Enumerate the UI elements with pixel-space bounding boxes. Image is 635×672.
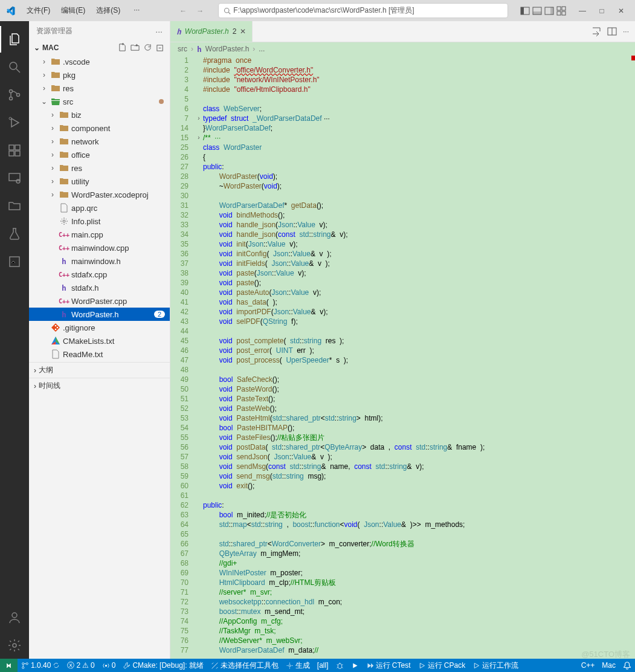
code-line[interactable]: class WebServer; [203,104,635,114]
tree-folder[interactable]: ›pkg [29,68,170,82]
fold-marker[interactable]: › [195,114,203,123]
code-line[interactable]: void sendJson( Json::Value& v ); [203,452,635,462]
activity-extensions[interactable] [0,137,29,164]
code-line[interactable]: void PasteWord(); [203,384,635,394]
code-line[interactable]: websocketpp::connection_hdl m_con; [203,597,635,607]
outline-section[interactable]: ›大纲 [29,362,170,378]
status-debug-launch[interactable] [332,659,347,672]
activity-testing[interactable] [0,221,29,247]
code-line[interactable] [203,491,635,500]
layout-sidebar-left-icon[interactable] [520,6,530,16]
nav-back-icon[interactable]: ← [177,4,189,18]
tree-file[interactable]: hWordPaster.h2 [29,308,170,321]
breadcrumb-item[interactable]: src [178,45,187,53]
tree-file[interactable]: C++main.cpp [29,228,170,241]
breadcrumb[interactable]: src› h WordPaster.h› ... [170,42,635,56]
code-line[interactable]: ~WordPaster(void); [203,181,635,191]
sidebar-more-icon[interactable]: ··· [155,27,163,36]
code-line[interactable]: void paste(); [203,278,635,288]
split-editor-icon[interactable] [607,27,617,36]
activity-search[interactable] [0,54,29,80]
code-line[interactable]: void pasteAuto(Json::Value v); [203,288,635,297]
menu-file[interactable]: 文件(F) [22,3,55,18]
timeline-section[interactable]: ›时间线 [29,378,170,393]
code-line[interactable]: public: [203,500,635,510]
code-line[interactable]: std::map<std::string , boost::function<v… [203,520,635,529]
more-actions-icon[interactable]: ··· [623,27,629,36]
tree-file[interactable]: ReadMe.txt [29,347,170,361]
layout-sidebar-right-icon[interactable] [544,6,554,16]
code-line[interactable]: void send_msg(std::string msg); [203,471,635,481]
collapse-all-icon[interactable] [156,43,165,52]
tree-file[interactable]: hmainwindow.h [29,254,170,268]
activity-scm[interactable] [0,82,29,108]
code-line[interactable]: bool PasteHBITMAP(); [203,423,635,433]
code-line[interactable]: void sendMsg(const std::string& name, co… [203,462,635,471]
activity-explorer[interactable] [0,26,29,53]
code-line[interactable]: WordParserDataDef* getData(); [203,201,635,210]
code-line[interactable]: #include "network/WInINetPoster.h" [203,75,635,85]
code-line[interactable] [203,529,635,539]
menu-edit[interactable]: 编辑(E) [56,3,90,18]
status-platform[interactable]: Mac [598,659,619,672]
code-editor[interactable]: 1234567141525262728293031323334353637383… [170,56,635,659]
code-line[interactable]: void PasteHtml(std::shared_ptr<std::stri… [203,413,635,423]
status-kit[interactable]: 未选择任何工具包 [207,659,282,672]
status-cpack[interactable]: 运行 CPack [414,659,469,672]
code-line[interactable]: //TaskMgr m_tsk; [203,626,635,636]
status-ctest[interactable]: 运行 CTest [363,659,414,672]
status-remote[interactable] [0,659,18,672]
tree-folder[interactable]: ⌄src [29,95,170,108]
code-line[interactable]: { [203,152,635,162]
code-line[interactable]: void PasteText(); [203,394,635,404]
tree-folder[interactable]: ›office [29,148,170,161]
new-file-icon[interactable] [118,43,127,52]
tree-folder[interactable]: ›res [29,161,170,175]
status-cmake[interactable]: CMake: [Debug]: 就绪 [119,659,207,672]
tree-folder[interactable]: ›WordPaster.xcodeproj [29,188,170,201]
code-line[interactable]: #include "office/HtmlClipboard.h" [203,85,635,94]
code-line[interactable]: void init(Json::Value v); [203,239,635,249]
code-line[interactable]: //WebServer* m_webSvr; [203,636,635,645]
code-line[interactable] [203,191,635,201]
status-workflow[interactable]: 运行工作流 [469,659,522,672]
menu-select[interactable]: 选择(S) [91,3,125,18]
code-line[interactable]: public: [203,162,635,172]
code-line[interactable]: /** ··· [203,133,635,143]
close-icon[interactable]: ✕ [240,27,246,36]
layout-panel-icon[interactable] [532,6,542,16]
activity-folder[interactable] [0,193,29,219]
tree-folder[interactable]: ›utility [29,175,170,188]
tree-file[interactable]: C++stdafx.cpp [29,268,170,281]
breadcrumb-item[interactable]: ... [259,45,265,53]
code-line[interactable]: void exit(); [203,481,635,491]
compare-icon[interactable] [591,27,601,36]
code-line[interactable]: bool SafeCheck(); [203,375,635,384]
activity-settings[interactable] [0,632,29,659]
code-line[interactable] [203,365,635,375]
code-line[interactable]: void handle_json(const std::string& v); [203,230,635,239]
tree-file[interactable]: CMakeLists.txt [29,334,170,347]
code-line[interactable]: void PasteWeb(); [203,404,635,413]
status-version[interactable]: 1.0.40 [18,659,63,672]
tree-folder[interactable]: ›network [29,135,170,148]
code-line[interactable]: HtmlClipboard m_clp;//HTML剪贴板 [203,578,635,587]
status-build[interactable]: 生成 [282,659,314,672]
tree-file[interactable]: .gitignore [29,321,170,334]
activity-accounts[interactable] [0,604,29,631]
code-line[interactable]: void postData( std::shared_ptr<QByteArra… [203,442,635,452]
layout-customize-icon[interactable] [556,6,566,16]
status-notifications[interactable] [619,659,635,672]
tab-wordpaster-h[interactable]: h WordPaster.h 2 ✕ [170,21,253,42]
status-ports[interactable]: 0 [98,659,120,672]
code-line[interactable]: void post_process( UperSpeeder* s ); [203,355,635,365]
code-line[interactable]: class WordPaster [203,143,635,152]
code-line[interactable]: void post_error( UINT err ); [203,346,635,355]
code-line[interactable]: void post_complete( std::string res ); [203,336,635,346]
code-line[interactable] [203,326,635,336]
tree-file[interactable]: C++WordPaster.cpp [29,294,170,308]
status-language[interactable]: C++ [578,659,599,672]
code-line[interactable]: void has_data( ); [203,297,635,307]
code-line[interactable]: typedef struct _WordParserDataDef ··· [203,114,635,123]
code-line[interactable]: void initConfig( Json::Value& v ); [203,249,635,259]
